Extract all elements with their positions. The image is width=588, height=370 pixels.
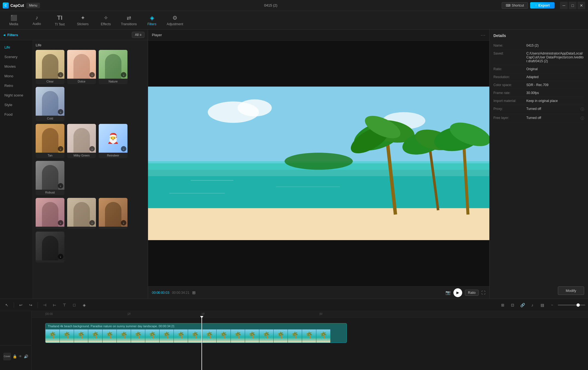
filter-card-r1[interactable]: ↓ xyxy=(36,198,64,229)
filter-card-tan[interactable]: ↓ Tan xyxy=(36,124,64,158)
toolbar-audio[interactable]: ♪ Audio xyxy=(26,12,48,28)
detail-label-ratio: Ratio: xyxy=(493,67,524,71)
filter-card-dolce[interactable]: ↓ Dolce xyxy=(67,50,96,84)
proxy-info-icon[interactable]: ⓘ xyxy=(581,107,584,112)
detail-row-proxy: Proxy: Turned off ⓘ xyxy=(493,105,584,114)
close-button[interactable]: ✕ xyxy=(578,2,585,9)
zoom-slider[interactable] xyxy=(558,304,585,306)
toolbar-adjustment[interactable]: ⚙ Adjustment xyxy=(164,12,186,28)
video-thumb-1 xyxy=(46,329,60,343)
player-time-current: 00:00:00:03 xyxy=(152,291,169,295)
video-thumb-7 xyxy=(131,329,145,343)
toolbar-text[interactable]: TI TI Text xyxy=(49,12,71,28)
video-thumb-12 xyxy=(202,329,217,343)
filter-card-clear[interactable]: ↓ Clear xyxy=(36,50,64,84)
ruler-mark-6f: |6f xyxy=(319,312,322,315)
detail-value-proxy: Turned off xyxy=(526,107,578,111)
split-left-tool[interactable]: ⊢ xyxy=(50,301,59,309)
ratio-button[interactable]: Ratio xyxy=(465,290,479,296)
cover-button[interactable]: Cover xyxy=(3,353,11,360)
titlebar: C CapCut Menu 0415 (2) ⌨ Shortcut ↑ Expo… xyxy=(0,0,588,11)
undo-tool[interactable]: ↩ xyxy=(17,301,25,309)
play-button[interactable]: ▶ xyxy=(453,288,462,297)
filter-card-cold[interactable]: ↓ Cold xyxy=(36,87,64,121)
redo-tool[interactable]: ↪ xyxy=(27,301,35,309)
filter-thumb-r3: ↓ xyxy=(99,198,127,227)
screenshot-icon[interactable]: 📷 xyxy=(445,290,451,295)
filter-all-button[interactable]: All ≡ xyxy=(132,32,144,38)
fullscreen-icon[interactable]: ⛶ xyxy=(481,290,485,295)
tl-snap-icon[interactable]: ⊞ xyxy=(499,301,507,309)
split-right-tool[interactable]: ⊤ xyxy=(60,301,69,309)
toolbar-effects[interactable]: ✧ Effects xyxy=(95,12,117,28)
tl-audio-icon[interactable]: ♪ xyxy=(528,301,536,309)
delete-tool[interactable]: □ xyxy=(70,301,78,309)
track-hide-icon[interactable]: 👁 xyxy=(19,354,22,358)
video-thumb-6 xyxy=(117,329,131,343)
detail-label-saved: Saved: xyxy=(493,52,524,55)
tl-fit-icon[interactable]: ⊡ xyxy=(509,301,517,309)
filter-card-r3[interactable]: ↓ xyxy=(99,198,127,229)
video-track[interactable]: Thailand 4k beach background. Paradise n… xyxy=(45,323,347,343)
toolbar-stickers[interactable]: ✦ Stickers xyxy=(72,12,94,28)
grid-view-icon[interactable]: ⊞ xyxy=(192,290,196,295)
filter-card-nature[interactable]: ↓ Nature xyxy=(99,50,127,84)
filter-card-r4[interactable]: ↓ xyxy=(36,232,64,263)
toolbar-filters[interactable]: ◈ Filters xyxy=(141,12,163,28)
detail-value-import: Keep in original place xyxy=(526,99,584,103)
video-thumb-3 xyxy=(74,329,88,343)
toolbar-transitions[interactable]: ⇄ Transitions xyxy=(118,12,140,28)
toolbar-media[interactable]: ⬛ Media xyxy=(3,12,25,28)
modify-button[interactable]: Modify xyxy=(558,286,584,295)
timeline-left-panel: Cover 🔒 👁 🔊 xyxy=(0,311,32,370)
split-tool[interactable]: ⊣ xyxy=(41,301,49,309)
player-time-total: 00:00:34:21 xyxy=(172,291,189,295)
sidebar-cat-retro[interactable]: Retro xyxy=(0,81,33,90)
sidebar-cat-night-scene[interactable]: Night scene xyxy=(0,90,33,100)
filter-card-milky[interactable]: ↓ Milky Green xyxy=(67,124,96,158)
marker-tool[interactable]: ◈ xyxy=(80,301,88,309)
detail-row-framerate: Frame rate: 30.00fps xyxy=(493,89,584,97)
app-body: ◂ Filters All ≡ Life Scenery Movies Mono… xyxy=(0,30,588,299)
svg-rect-6 xyxy=(148,208,489,240)
thumb-person xyxy=(73,202,90,227)
sidebar-cat-movies[interactable]: Movies xyxy=(0,62,33,71)
sidebar-cat-food[interactable]: Food xyxy=(0,110,33,119)
sidebar-cat-life[interactable]: Life xyxy=(0,42,33,52)
filter-thumb-r4: ↓ xyxy=(36,232,64,260)
sidebar-cat-style[interactable]: Style xyxy=(0,100,33,110)
video-thumb-17 xyxy=(274,329,288,343)
filter-thumb-r1: ↓ xyxy=(36,198,64,227)
filter-label-robust: Robust xyxy=(36,190,64,195)
download-icon: ↓ xyxy=(89,72,95,78)
track-audio-icon[interactable]: 🔊 xyxy=(24,354,28,358)
media-icon: ⬛ xyxy=(10,15,17,21)
filter-card-robust[interactable]: ↓ Robust xyxy=(36,161,64,195)
playhead[interactable] xyxy=(201,318,202,370)
download-icon: ↓ xyxy=(58,109,63,115)
sidebar-cat-mono[interactable]: Mono xyxy=(0,71,33,81)
download-icon: ↓ xyxy=(58,146,63,152)
player-menu-icon[interactable]: ⋯ xyxy=(481,32,485,38)
maximize-button[interactable]: □ xyxy=(569,2,576,9)
thumb-person xyxy=(105,54,121,79)
minimize-button[interactable]: ─ xyxy=(560,2,568,9)
filter-card-reindeer[interactable]: 🎅 ↓ Reindeer xyxy=(99,124,127,158)
tl-zoom-out-icon[interactable]: － xyxy=(548,301,556,309)
select-tool[interactable]: ↖ xyxy=(3,301,11,309)
ruler-mark-0: |00:00 xyxy=(45,312,53,315)
menu-button[interactable]: Menu xyxy=(26,3,40,8)
filter-label-clear: Clear xyxy=(36,79,64,84)
freelayer-info-icon[interactable]: ⓘ xyxy=(581,116,584,121)
filter-label-r2 xyxy=(67,227,96,229)
detail-value-freelayer: Turned off xyxy=(526,116,578,120)
filter-card-r2[interactable]: ↓ xyxy=(67,198,96,229)
export-button[interactable]: ↑ Export xyxy=(530,2,555,8)
player-controls: 00:00:00:03 00:00:34:21 ⊞ 📷 ▶ Ratio ⛶ xyxy=(148,286,489,299)
video-thumb-11 xyxy=(188,329,202,343)
sidebar-cat-scenery[interactable]: Scenery xyxy=(0,52,33,62)
track-lock-icon[interactable]: 🔒 xyxy=(13,354,17,358)
tl-link-icon[interactable]: 🔗 xyxy=(518,301,527,309)
tl-captions-icon[interactable]: ▤ xyxy=(538,301,546,309)
shortcut-button[interactable]: ⌨ Shortcut xyxy=(502,2,528,9)
